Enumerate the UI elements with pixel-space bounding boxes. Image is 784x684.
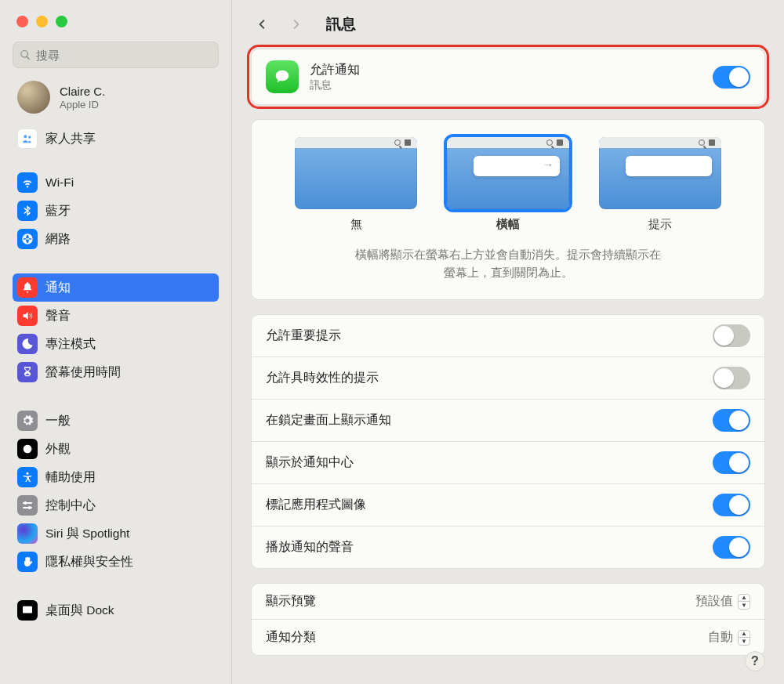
sidebar-item-control-center[interactable]: 控制中心 [13, 491, 219, 519]
sidebar-item-appearance[interactable]: 外觀 [13, 435, 219, 463]
sidebar-item-label: Siri 與 Spotlight [45, 526, 129, 542]
row-lock-screen: 在鎖定畫面上顯示通知 [252, 399, 764, 441]
toggle-badge-icon[interactable] [713, 494, 750, 516]
sidebar-item-label: 螢幕使用時間 [45, 364, 121, 381]
toggle-notification-center[interactable] [713, 451, 750, 474]
notification-display-panel: 顯示預覽 預設值 ▲▼ 通知分類 自動 ▲▼ [251, 583, 765, 656]
hourglass-icon [17, 362, 38, 382]
dock-icon [17, 600, 38, 621]
settings-window: Claire C. Apple ID 家人共享 Wi-Fi 藍牙 網路 [0, 0, 784, 684]
alert-style-alert[interactable]: 提示 [599, 137, 721, 232]
toggle-time-sensitive[interactable] [713, 367, 750, 389]
apple-id-row[interactable]: Claire C. Apple ID [0, 79, 231, 125]
sidebar-item-bluetooth[interactable]: 藍牙 [13, 197, 219, 225]
sidebar-item-label: Wi-Fi [45, 176, 74, 190]
sidebar-item-siri[interactable]: Siri 與 Spotlight [13, 519, 219, 548]
hand-icon [17, 552, 38, 572]
row-show-preview[interactable]: 顯示預覽 預設值 ▲▼ [252, 584, 764, 619]
row-label: 在鎖定畫面上顯示通知 [266, 412, 391, 429]
svg-point-0 [24, 135, 27, 138]
search-field-wrap[interactable] [13, 42, 219, 68]
avatar [17, 81, 50, 114]
alert-style-banner[interactable]: 橫幅 [447, 137, 569, 232]
sidebar-item-focus[interactable]: 專注模式 [13, 330, 219, 358]
toggle-play-sound[interactable] [713, 536, 750, 559]
row-label: 顯示預覽 [266, 593, 316, 610]
close-window-button[interactable] [16, 16, 28, 27]
window-controls [0, 9, 231, 27]
alert-style-panel: 無 橫幅 提示 橫幅將顯示在螢幕右上方並會自動消失。提示會持續顯示在 螢幕上，直… [251, 119, 765, 300]
sidebar-item-label: 輔助使用 [45, 469, 96, 486]
search-icon [20, 49, 31, 61]
search-input[interactable] [36, 49, 212, 62]
sidebar: Claire C. Apple ID 家人共享 Wi-Fi 藍牙 網路 [0, 0, 232, 684]
sliders-icon [17, 495, 38, 516]
wifi-icon [17, 172, 38, 193]
allow-title: 允許通知 [310, 62, 360, 78]
sidebar-item-privacy[interactable]: 隱私權與安全性 [13, 548, 219, 576]
row-label: 標記應用程式圖像 [266, 497, 366, 513]
row-badge-icon: 標記應用程式圖像 [252, 483, 764, 526]
select-value: 自動 [708, 629, 733, 646]
style-caption: 橫幅將顯示在螢幕右上方並會自動消失。提示會持續顯示在 螢幕上，直到關閉為止。 [267, 246, 749, 282]
messages-app-icon [266, 60, 299, 93]
stepper-icon[interactable]: ▲▼ [738, 594, 750, 610]
notification-options-panel: 允許重要提示 允許具時效性的提示 在鎖定畫面上顯示通知 顯示於通知中心 標記應用… [251, 314, 765, 569]
sidebar-item-family[interactable]: 家人共享 [13, 125, 219, 153]
sidebar-item-label: 一般 [45, 413, 71, 429]
sidebar-group-general: 一般 外觀 輔助使用 控制中心 Siri 與 Spotlight 隱私權與安全性 [0, 402, 231, 581]
sidebar-item-label: 聲音 [45, 308, 71, 324]
sidebar-group-focus: 通知 聲音 專注模式 螢幕使用時間 [0, 269, 231, 391]
accessibility-icon [17, 467, 38, 487]
siri-icon [17, 523, 38, 544]
gear-icon [17, 411, 38, 431]
family-icon [17, 128, 38, 149]
row-label: 顯示於通知中心 [266, 454, 354, 471]
sidebar-item-label: 通知 [45, 280, 71, 296]
row-critical-alerts: 允許重要提示 [252, 315, 764, 356]
account-sub: Apple ID [60, 99, 105, 110]
sidebar-item-notifications[interactable]: 通知 [13, 273, 219, 302]
page-title: 訊息 [326, 14, 356, 34]
sidebar-item-wifi[interactable]: Wi-Fi [13, 168, 219, 197]
select-value: 預設值 [695, 593, 733, 610]
row-label: 允許具時效性的提示 [266, 370, 379, 386]
style-label: 橫幅 [447, 217, 569, 232]
sidebar-group-desktop: 桌面與 Dock [0, 592, 231, 629]
row-grouping[interactable]: 通知分類 自動 ▲▼ [252, 619, 764, 655]
sidebar-item-network[interactable]: 網路 [13, 225, 219, 253]
row-label: 允許重要提示 [266, 328, 341, 344]
account-name: Claire C. [60, 85, 105, 99]
help-button[interactable]: ? [745, 651, 765, 671]
row-time-sensitive: 允許具時效性的提示 [252, 356, 764, 399]
sidebar-item-label: 網路 [45, 231, 71, 248]
style-label: 無 [295, 217, 417, 232]
nav-forward-button[interactable] [285, 11, 307, 38]
sidebar-item-sound[interactable]: 聲音 [13, 302, 219, 330]
allow-notifications-toggle[interactable] [713, 66, 750, 89]
zoom-window-button[interactable] [56, 16, 67, 27]
svg-point-7 [28, 506, 31, 509]
appearance-icon [17, 439, 38, 459]
minimize-window-button[interactable] [36, 16, 48, 27]
svg-point-1 [28, 136, 31, 138]
toggle-lock-screen[interactable] [713, 409, 750, 432]
alert-style-none[interactable]: 無 [295, 137, 417, 232]
bluetooth-icon [17, 201, 38, 221]
main-content: 訊息 允許通知 訊息 無 橫幅 [232, 0, 784, 684]
stepper-icon[interactable]: ▲▼ [738, 630, 750, 646]
sidebar-item-general[interactable]: 一般 [13, 407, 219, 435]
sidebar-item-label: 控制中心 [45, 498, 96, 514]
allow-notifications-panel: 允許通知 訊息 [251, 49, 765, 105]
nav-back-button[interactable] [251, 11, 273, 38]
sidebar-item-screentime[interactable]: 螢幕使用時間 [13, 358, 219, 386]
bell-icon [17, 277, 38, 298]
sidebar-item-desktop-dock[interactable]: 桌面與 Dock [13, 596, 219, 624]
sidebar-item-accessibility[interactable]: 輔助使用 [13, 463, 219, 491]
svg-rect-9 [23, 611, 32, 613]
globe-icon [17, 229, 38, 249]
main-header: 訊息 [251, 0, 765, 49]
moon-icon [17, 334, 38, 354]
speaker-icon [17, 306, 38, 326]
toggle-critical-alerts[interactable] [713, 324, 750, 347]
